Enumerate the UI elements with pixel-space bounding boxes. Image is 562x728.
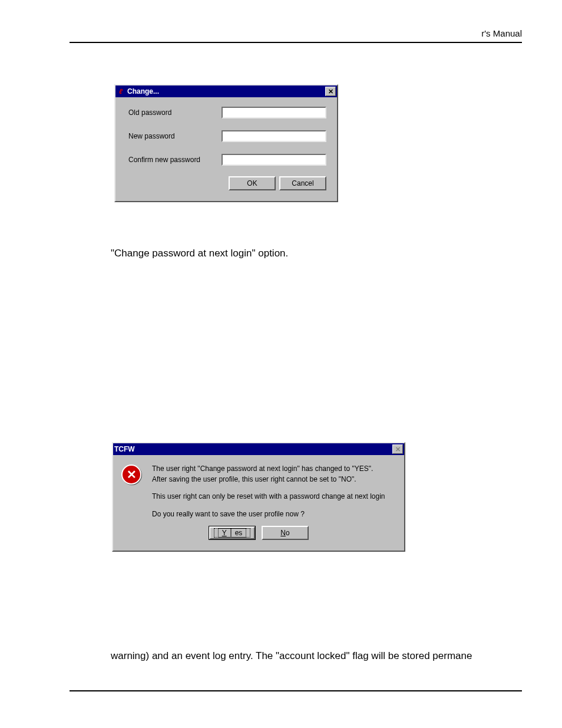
body-text-2: warning) and an event log entry. The "ac… <box>111 650 488 662</box>
new-password-input[interactable] <box>222 130 326 142</box>
new-password-label: New password <box>128 132 222 140</box>
dialog-titlebar: ℓ Change... ✕ <box>115 85 337 97</box>
old-password-label: Old password <box>128 108 222 117</box>
page-header: r's Manual <box>70 28 522 43</box>
header-text: r's Manual <box>70 28 522 42</box>
message-text: The user right "Change password at next … <box>152 465 396 520</box>
body-text-1: "Change password at next login" option. <box>111 248 288 259</box>
error-icon: ✕ <box>121 465 141 485</box>
footer-rule <box>70 690 522 691</box>
dialog-titlebar: TCFW ✕ <box>113 443 404 455</box>
message-line: After saving the user profile, this user… <box>152 475 396 485</box>
yes-button[interactable]: Yes <box>209 526 256 540</box>
close-icon[interactable]: ✕ <box>392 444 403 454</box>
close-icon[interactable]: ✕ <box>325 87 336 96</box>
confirm-password-label: Confirm new password <box>128 156 222 164</box>
confirm-password-input[interactable] <box>222 154 326 166</box>
ok-button[interactable]: OK <box>229 176 276 190</box>
message-line: This user right can only be reset with w… <box>152 492 396 502</box>
app-icon: ℓ <box>117 87 125 95</box>
message-line: Do you really want to save the user prof… <box>152 510 396 519</box>
message-line: The user right "Change password at next … <box>152 465 396 474</box>
dialog-title: Change... <box>127 87 325 95</box>
change-password-dialog: ℓ Change... ✕ Old password New password … <box>114 84 338 202</box>
old-password-input[interactable] <box>222 107 326 118</box>
tcfw-message-dialog: TCFW ✕ ✕ The user right "Change password… <box>112 442 405 552</box>
dialog-title: TCFW <box>114 445 392 453</box>
cancel-button[interactable]: Cancel <box>279 176 326 190</box>
no-button[interactable]: No <box>262 526 309 540</box>
header-rule <box>70 42 522 43</box>
